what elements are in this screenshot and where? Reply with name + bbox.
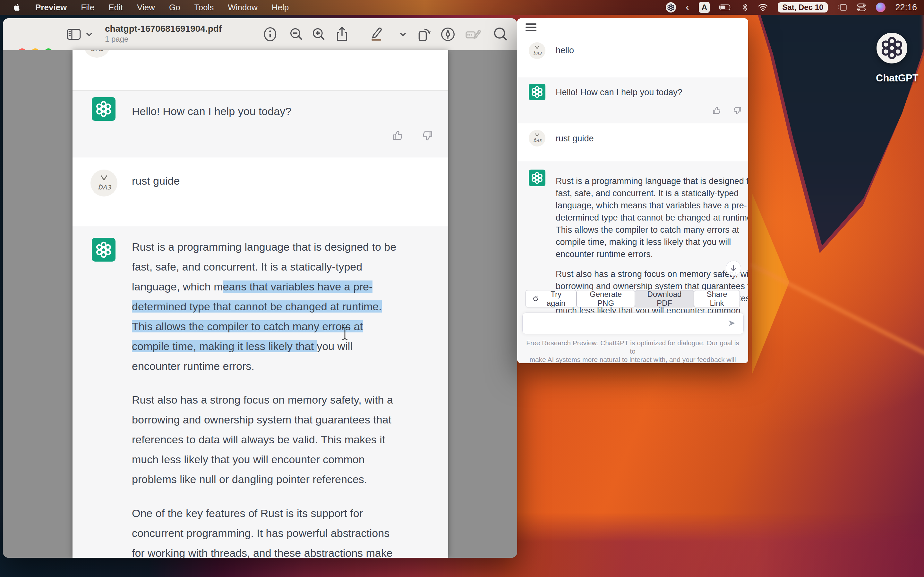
chat-assistant-message: Hello! How can I help you today? <box>556 86 682 98</box>
chat-user-message: rust guide <box>556 132 594 145</box>
pdf-user-row: ɓʌɜ rust guide <box>73 157 448 226</box>
refresh-icon <box>532 295 539 303</box>
preview-title-bar[interactable]: chatgpt-1670681691904.pdf 1 page <box>3 18 517 51</box>
action-button-row: Try again Generate PNG Download PDF Shar… <box>525 290 740 308</box>
answer-paragraph-1: Rust is a programming language that is d… <box>132 237 396 376</box>
thumbs-up-icon[interactable] <box>712 106 721 115</box>
desktop-icon-label: ChatGPT <box>876 73 908 84</box>
markup-icon[interactable] <box>441 18 455 50</box>
svg-text:ɓʌɜ: ɓʌɜ <box>533 137 542 143</box>
chatgpt-avatar <box>92 238 115 261</box>
share-icon[interactable] <box>335 18 349 50</box>
pdf-page[interactable]: ɓʌɜ Hello! How can I help you today? <box>73 50 448 558</box>
battery-icon[interactable] <box>719 4 732 11</box>
share-link-button[interactable]: Share Link <box>694 290 740 308</box>
menu-item-help[interactable]: Help <box>272 3 289 13</box>
thumbs-up-icon <box>392 130 404 141</box>
user-avatar: ɓʌɜ <box>83 50 110 58</box>
menu-item-tools[interactable]: Tools <box>194 3 214 13</box>
menu-item-file[interactable]: File <box>81 3 94 13</box>
try-again-button[interactable]: Try again <box>525 290 577 308</box>
user-avatar: ɓʌɜ <box>529 130 545 147</box>
wifi-icon[interactable] <box>758 3 768 11</box>
feedback-icons <box>712 106 742 115</box>
chat-user-row-1: ɓʌɜ hello <box>517 36 748 77</box>
thumbs-down-icon[interactable] <box>733 106 742 115</box>
send-arrow-icon[interactable] <box>727 319 736 329</box>
search-icon[interactable] <box>493 18 508 50</box>
assistant-greeting-text: Hello! How can I help you today? <box>132 101 291 121</box>
highlighter-icon[interactable] <box>368 18 384 50</box>
pdf-user-row-partial: ɓʌɜ <box>73 50 448 90</box>
bluetooth-icon[interactable] <box>742 3 748 12</box>
svg-text:ɓʌɜ: ɓʌɜ <box>533 50 542 55</box>
desktop: Preview File Edit View Go Tools Window H… <box>0 0 924 577</box>
arrow-down-icon <box>730 264 737 272</box>
menubar-date[interactable]: Sat, Dec 10 <box>778 2 828 13</box>
desktop-icon-chatgpt[interactable]: ChatGPT <box>876 33 908 84</box>
apple-logo-icon[interactable] <box>13 3 21 12</box>
menu-item-view[interactable]: View <box>137 3 155 13</box>
back-chevron-icon[interactable]: ‹ <box>686 1 689 12</box>
rotate-icon[interactable] <box>417 18 431 50</box>
hamburger-icon[interactable] <box>525 23 536 33</box>
zoom-out-icon[interactable] <box>289 18 304 50</box>
chatgpt-window: ɓʌɜ hello Hello! How can I help you toda… <box>517 18 748 363</box>
scroll-to-bottom-button[interactable] <box>726 261 741 276</box>
menu-app-name[interactable]: Preview <box>35 3 67 13</box>
page-count: 1 page <box>105 34 222 44</box>
user-prompt-text: rust guide <box>132 171 180 191</box>
chatgpt-avatar <box>529 84 545 100</box>
preview-content-area[interactable]: ɓʌɜ Hello! How can I help you today? <box>3 50 517 558</box>
chat-input[interactable] <box>522 313 744 334</box>
chat-footer-disclaimer: Free Research Preview: ChatGPT is optimi… <box>517 339 748 363</box>
menu-item-window[interactable]: Window <box>228 3 257 13</box>
chatgpt-avatar <box>529 169 545 186</box>
answer-paragraph-2: Rust also has a strong focus on memory s… <box>132 390 393 489</box>
sidebar-icon[interactable] <box>66 18 81 50</box>
chatgpt-menubar-icon[interactable] <box>666 2 676 13</box>
menubar-clock[interactable]: 22:16 <box>895 3 917 13</box>
text-cursor <box>341 326 349 342</box>
chat-user-row-2: ɓʌɜ rust guide <box>517 123 748 161</box>
menu-item-go[interactable]: Go <box>169 3 180 13</box>
thumbs-down-icon <box>422 130 433 141</box>
feedback-icons <box>392 130 433 141</box>
pdf-assistant-row: Hello! How can I help you today? <box>73 90 448 157</box>
user-avatar: ɓʌɜ <box>529 42 545 59</box>
download-pdf-button[interactable]: Download PDF <box>635 290 694 308</box>
siri-icon[interactable] <box>876 3 885 12</box>
preview-window: chatgpt-1670681691904.pdf 1 page <box>3 18 517 558</box>
form-fill-icon[interactable] <box>465 18 481 50</box>
menu-bar: Preview File Edit View Go Tools Window H… <box>0 0 924 15</box>
chat-user-message: hello <box>556 44 574 56</box>
zoom-in-icon[interactable] <box>312 18 326 50</box>
svg-text:ɓʌɜ: ɓʌɜ <box>97 182 111 191</box>
svg-text:ɓʌɜ: ɓʌɜ <box>90 50 104 53</box>
generate-png-button[interactable]: Generate PNG <box>577 290 635 308</box>
document-title: chatgpt-1670681691904.pdf <box>105 23 222 34</box>
screen-mirroring-icon[interactable] <box>837 3 847 11</box>
chatgpt-avatar <box>92 97 115 121</box>
pdf-answer-row: Rust is a programming language that is d… <box>73 226 448 558</box>
chatgpt-icon[interactable] <box>877 33 907 63</box>
chevron-down-icon[interactable] <box>86 18 93 50</box>
answer-paragraph-3: One of the key features of Rust is its s… <box>132 503 393 558</box>
chat-assistant-row-1: Hello! How can I help you today? <box>517 77 748 124</box>
input-source-icon[interactable]: A <box>699 2 710 13</box>
chevron-down-icon[interactable] <box>399 18 407 50</box>
control-center-icon[interactable] <box>857 3 866 11</box>
chatgpt-window-header <box>517 18 748 36</box>
info-icon[interactable] <box>263 18 277 50</box>
user-avatar: ɓʌɜ <box>90 169 118 197</box>
menu-item-edit[interactable]: Edit <box>108 3 123 13</box>
chat-answer-paragraph-1: Rust is a programming language that is d… <box>556 175 748 260</box>
